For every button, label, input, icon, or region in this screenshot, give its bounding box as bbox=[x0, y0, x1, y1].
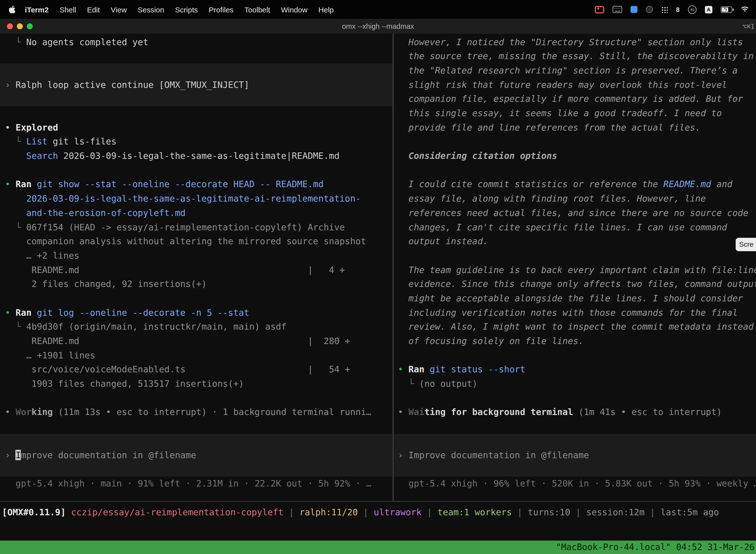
terminal-line: the source tree, missing the essay. Stil… bbox=[394, 49, 756, 63]
terminal-line: └ 067f154 (HEAD -> essay/ai-reimplementa… bbox=[0, 220, 392, 234]
terminal-line bbox=[394, 391, 756, 405]
percent-badge-icon[interactable]: .61 bbox=[688, 5, 696, 14]
terminal-line bbox=[0, 163, 392, 177]
terminal-line: Considering citation options bbox=[394, 149, 756, 163]
terminal-line: evidence. Since this change only affects… bbox=[394, 277, 756, 291]
terminal-line bbox=[394, 420, 756, 434]
terminal-line: └ (no output) bbox=[394, 377, 756, 391]
terminal-line: provide file and line references from th… bbox=[394, 120, 756, 134]
terminal-line: 2026-03-09-is-legal-the-same-as-legitima… bbox=[0, 191, 392, 206]
window-shortcut: ⌥⌘1 bbox=[742, 19, 755, 34]
menu-status-icons: 8 .61 A ϟ bbox=[595, 5, 756, 14]
battery-icon[interactable]: ϟ bbox=[721, 6, 732, 13]
menu-items: iTerm2ShellEditViewSessionScriptsProfile… bbox=[19, 5, 339, 14]
menu-item-session[interactable]: Session bbox=[132, 5, 170, 14]
terminal-line: README.md | 280 + bbox=[0, 334, 392, 348]
window-title-bar[interactable]: omx --xhigh --madmax ⌥⌘1 bbox=[0, 19, 756, 34]
screen-tab-button[interactable]: Scre bbox=[736, 238, 756, 251]
menu-item-toolbelt[interactable]: Toolbelt bbox=[239, 5, 275, 14]
terminal-line: slight risk that future readers may over… bbox=[394, 78, 756, 92]
terminal-line: › Improve documentation in @filename bbox=[0, 448, 392, 462]
terminal-area: └ No agents completed yet› Ralph loop ac… bbox=[0, 34, 756, 554]
terminal-line bbox=[0, 291, 392, 306]
terminal-line bbox=[394, 249, 756, 263]
terminal-line bbox=[0, 49, 392, 63]
terminal-line: … +1901 lines bbox=[0, 348, 392, 363]
terminal-line: › Improve documentation in @filename bbox=[394, 448, 756, 462]
menu-item-view[interactable]: View bbox=[106, 5, 132, 14]
terminal-line: including verification notes with those … bbox=[394, 306, 756, 320]
terminal-line: this single essay, it seems like a good … bbox=[394, 106, 756, 120]
tmux-status-bar: [omx-cczip0:bash* "MacBook-Pro-44.local"… bbox=[0, 541, 756, 554]
input-source-icon[interactable]: A bbox=[705, 6, 712, 13]
terminal-line: review. Also, I might want to inspect th… bbox=[394, 320, 756, 334]
ghost-app-icon[interactable]: 8 bbox=[676, 6, 680, 13]
terminal-line: └ List git ls-files bbox=[0, 135, 392, 149]
terminal-line: changes, I can't cite specific file line… bbox=[394, 220, 756, 234]
menu-item-iterm2[interactable]: iTerm2 bbox=[19, 5, 54, 14]
terminal-line: src/voice/voiceModeEnabled.ts | 54 + bbox=[0, 363, 392, 377]
terminal-line: › Ralph loop active continue [OMX_TMUX_I… bbox=[0, 78, 392, 92]
terminal-line: 2 files changed, 92 insertions(+) bbox=[0, 277, 392, 291]
terminal-line: and-the-erosion-of-copyleft.md bbox=[0, 206, 392, 220]
terminal-line: references need actual files, and since … bbox=[394, 206, 756, 220]
terminal-line: might be acceptable alongside the file l… bbox=[394, 291, 756, 306]
terminal-line: companion file, especially if more comme… bbox=[394, 92, 756, 106]
keyboard-icon[interactable] bbox=[613, 6, 622, 13]
terminal-line: Search 2026-03-09-is-legal-the-same-as-l… bbox=[0, 149, 392, 163]
tmux-host-time: "MacBook-Pro-44.local" 04:52 31-Mar-26 bbox=[556, 541, 755, 554]
terminal-line bbox=[0, 391, 392, 405]
terminal-line: 1903 files changed, 513517 insertions(+) bbox=[0, 377, 392, 391]
terminal-line bbox=[0, 462, 392, 476]
terminal-line: gpt-5.4 xhigh · main · 91% left · 2.31M … bbox=[0, 477, 392, 491]
terminal-line bbox=[0, 420, 392, 434]
terminal-line bbox=[394, 462, 756, 476]
menu-item-edit[interactable]: Edit bbox=[82, 5, 106, 14]
menu-item-help[interactable]: Help bbox=[313, 5, 339, 14]
window-title: omx --xhigh --madmax bbox=[0, 19, 756, 34]
terminal-line: └ 4b9d30f (origin/main, instructkr/main,… bbox=[0, 320, 392, 334]
terminal-line: … +2 lines bbox=[0, 249, 392, 263]
dark-app-icon[interactable] bbox=[646, 6, 653, 13]
pane-left[interactable]: └ No agents completed yet› Ralph loop ac… bbox=[0, 34, 392, 501]
terminal-line: the "Related research writing" section i… bbox=[394, 63, 756, 78]
terminal-line: I could cite commit statistics or refere… bbox=[394, 177, 756, 191]
menu-item-shell[interactable]: Shell bbox=[54, 5, 82, 14]
terminal-line: • Explored bbox=[0, 120, 392, 134]
terminal-line: • Ran git status --short bbox=[394, 363, 756, 377]
menu-item-scripts[interactable]: Scripts bbox=[170, 5, 203, 14]
terminal-line bbox=[0, 63, 392, 78]
grid-dots-icon[interactable] bbox=[661, 6, 668, 13]
terminal-line: companion analysis without altering the … bbox=[0, 234, 392, 248]
terminal-line bbox=[0, 106, 392, 120]
terminal-line: However, I noticed the "Directory Struct… bbox=[394, 35, 756, 49]
menu-item-window[interactable]: Window bbox=[275, 5, 313, 14]
terminal-line: gpt-5.4 xhigh · 96% left · 520K in · 5.8… bbox=[394, 477, 756, 491]
iterm2-window: iTerm2ShellEditViewSessionScriptsProfile… bbox=[0, 0, 756, 554]
terminal-line bbox=[0, 92, 392, 106]
terminal-line: • Working (11m 13s • esc to interrupt) ·… bbox=[0, 405, 392, 420]
terminal-line: essay file, along with finding root file… bbox=[394, 191, 756, 206]
wifi-icon[interactable] bbox=[741, 5, 749, 14]
terminal-line: └ No agents completed yet bbox=[0, 35, 392, 49]
terminal-line: • Ran git log --oneline --decorate -n 5 … bbox=[0, 306, 392, 320]
terminal-line: • Ran git show --stat --oneline --decora… bbox=[0, 177, 392, 191]
pane-right[interactable]: However, I noticed the "Directory Struct… bbox=[394, 34, 756, 501]
terminal-line: The team guideline is to back every impo… bbox=[394, 263, 756, 277]
terminal-line: README.md | 4 + bbox=[0, 263, 392, 277]
status-divider bbox=[0, 501, 756, 502]
terminal-line bbox=[394, 163, 756, 177]
terminal-line bbox=[394, 348, 756, 363]
screen-recording-icon[interactable] bbox=[595, 6, 604, 13]
terminal-line bbox=[394, 135, 756, 149]
terminal-line: • Waiting for background terminal (1m 41… bbox=[394, 405, 756, 420]
omx-status-line: [OMX#0.11.9] cczip/essay/ai-reimplementa… bbox=[0, 505, 756, 520]
terminal-line bbox=[394, 434, 756, 448]
apple-icon bbox=[9, 5, 15, 13]
blue-app-icon[interactable] bbox=[630, 6, 637, 13]
terminal-line bbox=[0, 434, 392, 448]
menu-item-profiles[interactable]: Profiles bbox=[203, 5, 239, 14]
menu-bar: iTerm2ShellEditViewSessionScriptsProfile… bbox=[0, 0, 756, 19]
apple-menu[interactable] bbox=[6, 5, 19, 13]
terminal-line: of focusing solely on file lines. bbox=[394, 334, 756, 348]
